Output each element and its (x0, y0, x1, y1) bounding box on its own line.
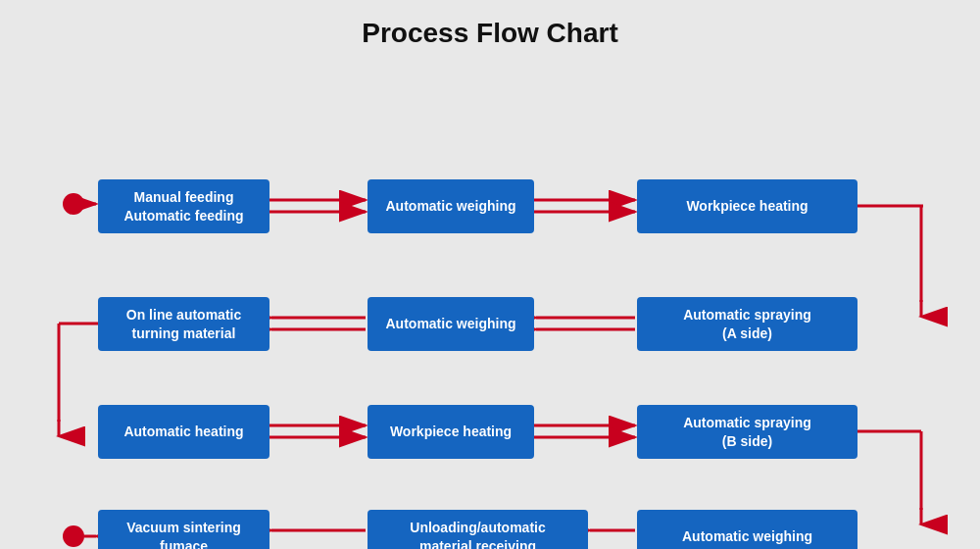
box-workpiece-heating-1: Workpiece heating (637, 179, 858, 233)
box-auto-weighing-1: Automatic weighing (368, 179, 534, 233)
box-auto-spraying-b: Automatic spraying (B side) (637, 405, 858, 459)
start-circle-row4 (63, 525, 84, 547)
box-unloading: Unloading/automatic material receiving (368, 510, 588, 549)
box-auto-heating: Automatic heating (98, 405, 270, 459)
box-auto-weighing-2: Automatic weighing (368, 297, 534, 351)
box-auto-weighing-3: Automatic weighing (637, 510, 858, 549)
start-circle-row1 (63, 193, 84, 215)
page-title: Process Flow Chart (0, 0, 980, 49)
box-workpiece-heating-2: Workpiece heating (368, 405, 534, 459)
box-online-turning: On line automatic turning material (98, 297, 270, 351)
flowchart: Manual feeding Automatic feeding Automat… (0, 59, 980, 539)
box-auto-spraying-a: Automatic spraying (A side) (637, 297, 858, 351)
box-manual-feeding: Manual feeding Automatic feeding (98, 179, 270, 233)
box-vacuum-sintering: Vacuum sintering fumace (98, 510, 270, 549)
